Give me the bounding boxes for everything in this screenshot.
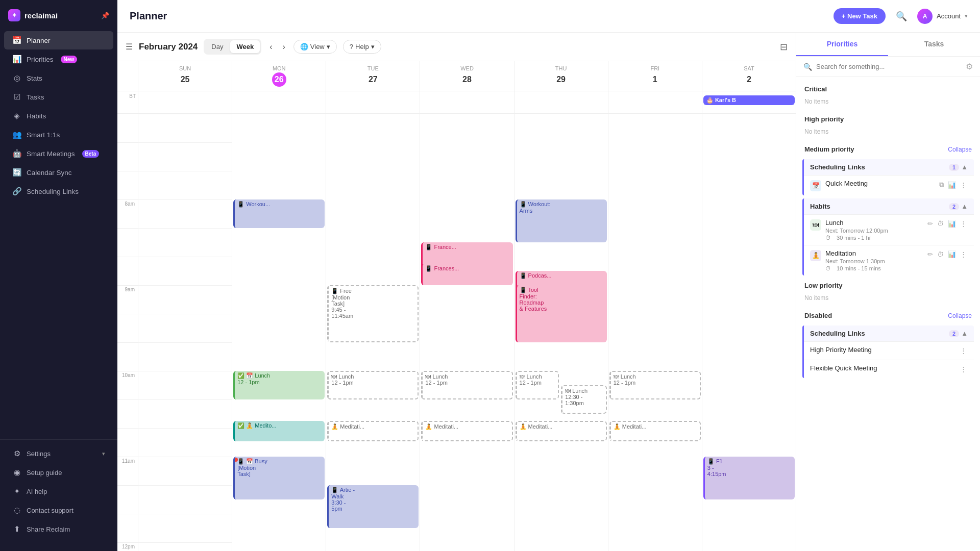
habits-group-title: Habits [810, 203, 830, 210]
planner-icon: 📅 [12, 36, 21, 45]
day-view-button[interactable]: Day [205, 40, 229, 53]
pin-icon[interactable]: 📌 [101, 12, 109, 19]
sidebar-item-share-reclaim[interactable]: ⬆ Share Reclaim [4, 520, 113, 538]
meditation-event-tue[interactable]: 🧘 Meditati... [327, 421, 419, 441]
lunch-habit-sub: Next: Tomorrow 12:00pm [825, 228, 922, 234]
scheduling-links-group-header[interactable]: Scheduling Links 1 ▲ [804, 159, 974, 175]
meditation-event-mon[interactable]: ✅ 🧘 Medito... [233, 421, 325, 441]
sidebar-item-settings[interactable]: ⚙ Settings ▾ [4, 444, 113, 463]
sidebar-item-priorities[interactable]: 📊 Priorities New [4, 50, 113, 68]
medium-collapse-button[interactable]: Collapse [948, 146, 972, 153]
view-options-button[interactable]: 🌐 View ▾ [293, 40, 337, 54]
next-week-button[interactable]: › [280, 40, 287, 54]
bt-sun [138, 91, 232, 113]
sidebar-item-tasks[interactable]: ☑ Tasks [4, 88, 113, 106]
meditation-clock-button[interactable]: ⏱ [936, 249, 945, 259]
sidebar-item-scheduling-links[interactable]: 🔗 Scheduling Links [4, 182, 113, 201]
day-col-wed: 📱 France... 📱 Frances... 🍽 Lunch12 - 1pm [420, 114, 513, 551]
sidebar-item-habits[interactable]: ◈ Habits [4, 107, 113, 125]
lunch-event-mon[interactable]: ✅ 📅 Lunch12 - 1pm [233, 371, 325, 399]
f1-event[interactable]: 📱 F13 -4:15pm [703, 457, 795, 499]
bt-wed [420, 91, 513, 113]
free-motion-event[interactable]: 📱 Free[MotionTask]9:45 -11:45am [327, 285, 419, 342]
sidebar-item-stats[interactable]: ◎ Stats [4, 69, 113, 87]
fqm-more-button[interactable]: ⋮ [959, 364, 968, 374]
logo-icon: ✦ [8, 9, 20, 21]
sidebar-item-smart-1s[interactable]: 👥 Smart 1:1s [4, 126, 113, 144]
Francesco-event[interactable]: 📱 Frances... [421, 264, 512, 285]
account-button[interactable]: A Account ▾ [917, 9, 968, 24]
high-priority-meeting-actions: ⋮ [959, 346, 968, 356]
sidebar: ✦ reclaimai 📌 📅 Planner 📊 Priorities New… [0, 0, 117, 551]
lunch-habit-icon-box: 🍽 [810, 219, 821, 231]
prev-week-button[interactable]: ‹ [267, 40, 274, 54]
lunch-clock-button[interactable]: ⏱ [936, 219, 945, 229]
help-icon: ? [350, 43, 353, 51]
topbar-actions: + New Task 🔍 A Account ▾ [834, 8, 968, 24]
help-label: Help [355, 43, 369, 51]
search-button[interactable]: 🔍 [892, 9, 911, 24]
meditation-habit-actions: ✏ ⏱ 📊 ⋮ [926, 249, 968, 259]
more-button[interactable]: ⋮ [959, 180, 968, 190]
help-chevron-icon: ▾ [371, 43, 375, 51]
busy-motion-event-mon[interactable]: 📱 📅 Busy[MotionTask] [233, 457, 325, 499]
clock-icon2: ⏱ [825, 265, 831, 271]
copy-button[interactable]: ⧉ [938, 180, 945, 190]
meditation-edit-button[interactable]: ✏ [926, 249, 934, 259]
stats-button[interactable]: 📊 [947, 180, 957, 190]
filter-icon[interactable]: ⚙ [966, 62, 973, 71]
workout-icon: 📱 [520, 201, 527, 207]
lunch-more-button[interactable]: ⋮ [959, 219, 968, 229]
disabled-scheduling-links-header[interactable]: Scheduling Links 2 ▲ [804, 325, 974, 341]
lunch-chart-button[interactable]: 📊 [947, 219, 957, 229]
lunch-event-thu-2[interactable]: 🍽 Lunch12:30 -1:30pm [561, 385, 607, 414]
disabled-label: Disabled [804, 312, 832, 319]
low-priority-section: Low priority No items [796, 278, 980, 306]
stats-icon: ◎ [12, 73, 21, 83]
new-task-button[interactable]: + New Task [834, 8, 886, 24]
sidebar-item-planner[interactable]: 📅 Planner [4, 31, 113, 49]
habits-group-header[interactable]: Habits 2 ▲ [804, 198, 974, 214]
sidebar-item-label: Settings [27, 450, 51, 458]
meditation-habit-content: Meditation Next: Tomorrow 1:30pm ⏱ 10 mi… [825, 249, 922, 271]
sidebar-item-smart-meetings[interactable]: 🤖 Smart Meetings Beta [4, 144, 113, 163]
disabled-collapse-button[interactable]: Collapse [948, 312, 972, 319]
workout-arms-event[interactable]: 📱 Workout:Arms [516, 199, 607, 242]
search-input[interactable] [816, 63, 962, 70]
week-view-button[interactable]: Week [230, 40, 260, 53]
split-view-button[interactable]: ⊟ [780, 41, 788, 53]
meditation-event-wed[interactable]: 🧘 Meditati... [421, 421, 512, 441]
sidebar-item-contact-support[interactable]: ◌ Contact support [4, 501, 113, 519]
meditation-event-fri[interactable]: 🧘 Meditati... [609, 421, 701, 441]
lunch-event-fri[interactable]: 🍽 Lunch12 - 1pm [609, 371, 701, 399]
lunch-event-thu-1[interactable]: 🍽 Lunch12 - 1pm [516, 371, 559, 399]
sidebar-item-calendar-sync[interactable]: 🔄 Calendar Sync [4, 163, 113, 182]
lunch-event-tue[interactable]: 🍽 Lunch12 - 1pm [327, 371, 419, 399]
tab-priorities[interactable]: Priorities [796, 33, 888, 56]
critical-section: Critical No items [796, 81, 980, 109]
meditation-chart-button[interactable]: 📊 [947, 249, 957, 259]
calendar: ☰ February 2024 Day Week ‹ › 🌐 View ▾ ? … [117, 33, 796, 551]
sidebar-item-ai-help[interactable]: ✦ AI help [4, 482, 113, 500]
artie-walk-event[interactable]: 📱 Artie -Walk3:30 -5pm [327, 485, 419, 528]
meditation-more-button[interactable]: ⋮ [959, 249, 968, 259]
calendar-expand-button[interactable]: ☰ [126, 42, 133, 52]
tab-tasks[interactable]: Tasks [888, 33, 980, 56]
lunch-edit-button[interactable]: ✏ [926, 219, 934, 229]
sidebar-item-label: Calendar Sync [27, 169, 72, 177]
scheduling-links-group: Scheduling Links 1 ▲ 📅 Quick Meeting [802, 159, 974, 195]
lunch-event-wed[interactable]: 🍽 Lunch12 - 1pm [421, 371, 512, 399]
medium-priority-section: Medium priority Collapse Scheduling Link… [796, 141, 980, 276]
help-button[interactable]: ? Help ▾ [343, 40, 381, 54]
tool-finder-event[interactable]: 📱 ToolFinder:Roadmap& Features [516, 285, 607, 342]
karls-birthday-event[interactable]: 🎂 Karl's B [703, 95, 795, 105]
meditation-event-thu[interactable]: 🧘 Meditati... [516, 421, 607, 441]
scheduling-links-group-actions: 1 ▲ [949, 163, 968, 171]
sidebar-item-label: AI help [27, 488, 47, 495]
settings-arrow-icon: ▾ [102, 450, 105, 457]
artie-icon: 📱 [331, 487, 338, 493]
sidebar-item-setup-guide[interactable]: ◉ Setup guide [4, 463, 113, 482]
workout-event-mon[interactable]: 📱 Workou... [233, 199, 325, 228]
hpm-more-button[interactable]: ⋮ [959, 346, 968, 356]
lunch-habit-duration: ⏱ 30 mins - 1 hr [825, 235, 922, 241]
